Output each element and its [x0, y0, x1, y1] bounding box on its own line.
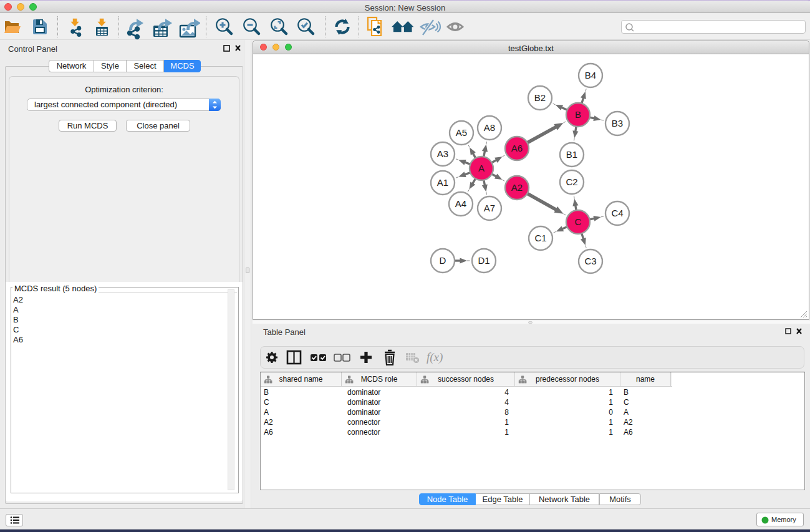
- svg-text:A1: A1: [437, 177, 448, 188]
- svg-text:A5: A5: [456, 127, 467, 138]
- svg-text:C4: C4: [611, 208, 623, 218]
- svg-text:B4: B4: [585, 70, 596, 80]
- svg-text:C: C: [575, 216, 582, 227]
- svg-text:B3: B3: [612, 118, 623, 128]
- svg-text:B1: B1: [566, 149, 577, 160]
- svg-text:A2: A2: [511, 182, 523, 193]
- svg-text:A: A: [478, 163, 485, 173]
- svg-text:C2: C2: [566, 177, 577, 187]
- svg-text:f(x): f(x): [427, 351, 443, 364]
- svg-text:B: B: [575, 109, 581, 120]
- svg-text:D: D: [440, 255, 446, 266]
- svg-text:C3: C3: [584, 256, 596, 266]
- svg-text:A4: A4: [455, 198, 466, 209]
- svg-text:A3: A3: [437, 148, 448, 159]
- svg-text:C1: C1: [534, 233, 546, 243]
- svg-text:B2: B2: [534, 92, 546, 103]
- svg-text:A7: A7: [484, 203, 495, 213]
- svg-text:D1: D1: [478, 255, 489, 266]
- svg-text:A6: A6: [511, 143, 523, 153]
- svg-text:A8: A8: [484, 122, 495, 133]
